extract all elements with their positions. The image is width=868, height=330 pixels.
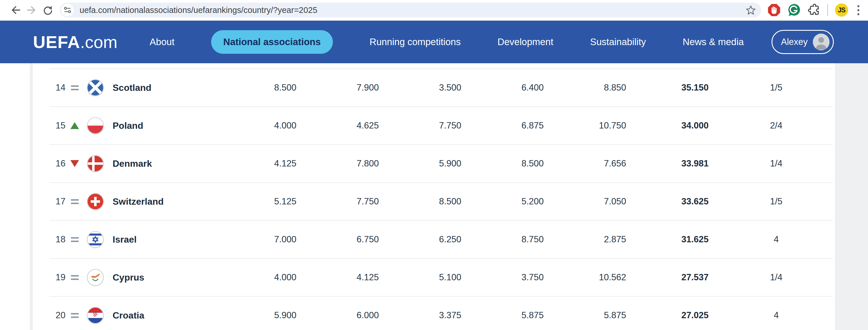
nav-item-sustainability[interactable]: Sustainability bbox=[590, 36, 646, 48]
points-value: 5.100 bbox=[379, 272, 461, 282]
points-value: 3.375 bbox=[379, 310, 461, 321]
points-value: 8.500 bbox=[379, 196, 461, 207]
points-value: 7.750 bbox=[379, 120, 461, 131]
points-value: 5.900 bbox=[214, 310, 297, 321]
country-name: Israel bbox=[110, 234, 214, 245]
points-value: 4.125 bbox=[297, 272, 379, 282]
table-row[interactable]: 20 Croatia 5.900 6.000 3.375 5.875 5.875… bbox=[50, 296, 832, 330]
grammarly-extension-icon[interactable] bbox=[787, 3, 801, 17]
logo-suffix: .com bbox=[80, 32, 118, 52]
teams-ratio: 1/4 bbox=[709, 272, 832, 282]
teams-ratio: 1/5 bbox=[709, 83, 832, 93]
uefa-navbar: UEFA.com About National associations Run… bbox=[0, 21, 868, 63]
rank-same-icon bbox=[71, 275, 79, 280]
points-value: 8.750 bbox=[461, 234, 544, 245]
site-settings-icon bbox=[63, 6, 72, 14]
points-value: 7.000 bbox=[214, 234, 297, 245]
points-value: 5.200 bbox=[461, 196, 544, 207]
rank-number: 18 bbox=[50, 234, 68, 245]
user-avatar-icon bbox=[813, 34, 830, 50]
country-name: Denmark bbox=[110, 158, 214, 169]
points-value: 4.625 bbox=[297, 120, 379, 131]
points-value: 10.750 bbox=[544, 120, 626, 131]
rank-same-icon bbox=[71, 199, 79, 204]
points-value: 5.125 bbox=[214, 196, 297, 207]
points-value: 7.900 bbox=[297, 83, 379, 93]
extensions-area: JS bbox=[768, 3, 862, 17]
poland-flag-icon bbox=[87, 117, 104, 134]
rank-number: 14 bbox=[50, 83, 68, 93]
country-name: Cyprus bbox=[110, 272, 214, 283]
browser-menu-icon[interactable] bbox=[855, 4, 862, 17]
points-value: 4.000 bbox=[214, 120, 297, 131]
rank-number: 16 bbox=[50, 158, 68, 169]
table-row[interactable]: 19 Cyprus 4.000 4.125 5.100 3.750 10.562… bbox=[50, 258, 832, 296]
nav-item-national-associations[interactable]: National associations bbox=[211, 30, 333, 54]
teams-ratio: 1/4 bbox=[709, 158, 832, 169]
back-arrow-icon bbox=[9, 4, 22, 16]
rank-number: 19 bbox=[50, 272, 68, 282]
table-row[interactable]: 16 Denmark 4.125 7.800 5.900 8.500 7.656… bbox=[50, 144, 832, 182]
toolbar-divider bbox=[827, 4, 828, 16]
back-button[interactable] bbox=[7, 2, 24, 18]
url-bar[interactable]: uefa.com/nationalassociations/uefarankin… bbox=[60, 3, 761, 18]
browser-window: uefa.com/nationalassociations/uefarankin… bbox=[0, 0, 868, 330]
adblock-extension-icon[interactable] bbox=[768, 3, 781, 17]
nav-item-running-competitions[interactable]: Running competitions bbox=[370, 36, 461, 48]
country-name: Switzerland bbox=[110, 196, 214, 207]
nav-item-about[interactable]: About bbox=[150, 36, 174, 48]
nav-item-news-media[interactable]: News & media bbox=[683, 36, 744, 48]
total-points: 33.981 bbox=[626, 158, 709, 169]
country-name: Croatia bbox=[110, 310, 214, 321]
site-settings-button[interactable] bbox=[61, 4, 74, 17]
points-value: 2.875 bbox=[544, 234, 626, 245]
table-row[interactable]: 15 Poland 4.000 4.625 7.750 6.875 10.750… bbox=[50, 107, 832, 144]
table-row[interactable]: 14 Scotland 8.500 7.900 3.500 6.400 8.85… bbox=[50, 68, 832, 107]
profile-avatar[interactable]: JS bbox=[835, 3, 848, 17]
user-name: Alexey bbox=[781, 37, 808, 47]
teams-ratio: 2/4 bbox=[709, 120, 832, 131]
scotland-flag-icon bbox=[87, 79, 104, 96]
points-value: 5.875 bbox=[461, 310, 544, 321]
points-value: 3.500 bbox=[379, 83, 461, 93]
total-points: 31.625 bbox=[626, 234, 709, 245]
page-right-gutter bbox=[835, 63, 868, 330]
page-left-edge bbox=[30, 63, 33, 330]
nav-items: About National associations Running comp… bbox=[150, 30, 744, 54]
rank-same-icon bbox=[71, 313, 79, 318]
croatia-flag-icon bbox=[87, 307, 104, 324]
switzerland-flag-icon bbox=[87, 193, 104, 210]
total-points: 27.537 bbox=[626, 272, 709, 282]
points-value: 6.250 bbox=[379, 234, 461, 245]
refresh-icon bbox=[42, 4, 54, 16]
points-value: 5.875 bbox=[544, 310, 626, 321]
points-value: 7.656 bbox=[544, 158, 626, 169]
points-value: 4.125 bbox=[214, 158, 297, 169]
total-points: 27.025 bbox=[626, 310, 709, 321]
nav-item-development[interactable]: Development bbox=[497, 36, 553, 48]
logo-brand: UEFA bbox=[33, 32, 80, 52]
rank-number: 17 bbox=[50, 196, 68, 207]
bookmark-star-icon[interactable] bbox=[746, 5, 756, 15]
total-points: 35.150 bbox=[626, 83, 709, 93]
forward-button[interactable] bbox=[24, 2, 40, 18]
uefa-logo[interactable]: UEFA.com bbox=[33, 32, 118, 52]
points-value: 7.800 bbox=[297, 158, 379, 169]
table-row[interactable]: 18 Israel 7.000 6.750 6.250 8.750 2.875 … bbox=[50, 220, 832, 258]
total-points: 34.000 bbox=[626, 120, 709, 131]
table-row[interactable]: 17 Switzerland 5.125 7.750 8.500 5.200 7… bbox=[50, 182, 832, 220]
extensions-puzzle-icon[interactable] bbox=[808, 4, 820, 17]
points-value: 6.400 bbox=[461, 83, 544, 93]
rank-number: 15 bbox=[50, 120, 68, 131]
refresh-button[interactable] bbox=[40, 2, 56, 18]
country-name: Scotland bbox=[110, 83, 214, 93]
points-value: 5.900 bbox=[379, 158, 461, 169]
country-name: Poland bbox=[110, 120, 214, 131]
points-value: 10.562 bbox=[544, 272, 626, 282]
rankings-page: 14 Scotland 8.500 7.900 3.500 6.400 8.85… bbox=[0, 63, 868, 330]
user-account-button[interactable]: Alexey bbox=[772, 30, 834, 54]
points-value: 6.875 bbox=[461, 120, 544, 131]
points-value: 6.000 bbox=[297, 310, 379, 321]
browser-toolbar: uefa.com/nationalassociations/uefarankin… bbox=[0, 0, 868, 21]
points-value: 7.750 bbox=[297, 196, 379, 207]
